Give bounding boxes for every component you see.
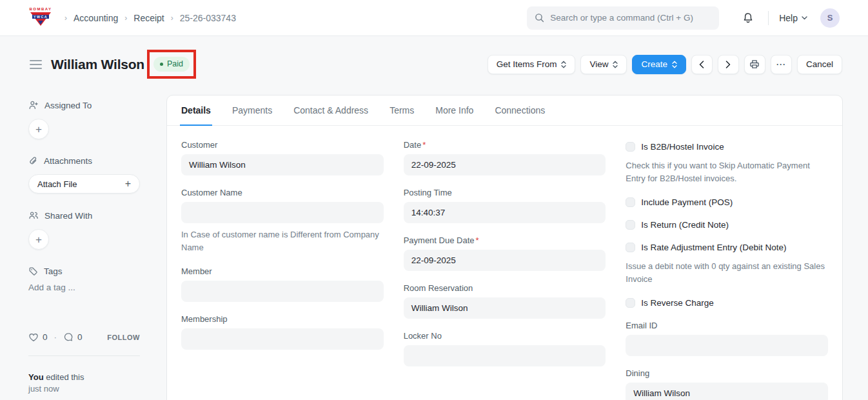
notifications-button[interactable] — [738, 8, 758, 28]
navbar-divider — [768, 11, 769, 25]
status-badge-label: Paid — [167, 59, 183, 68]
chevron-right-icon — [725, 61, 731, 68]
comment-button[interactable] — [63, 332, 74, 342]
add-tag-input[interactable]: Add a tag ... — [28, 283, 139, 292]
svg-text:YWCA: YWCA — [34, 15, 48, 19]
activity-time: just now — [28, 383, 139, 395]
customer-input[interactable]: William Wilson — [181, 154, 384, 175]
select-caret-icon — [672, 61, 677, 68]
include-payment-pos-checkbox[interactable]: Include Payment (POS) — [626, 197, 828, 207]
checkbox-icon — [626, 298, 635, 308]
locker-no-input[interactable] — [404, 345, 606, 366]
social-row: 0 · 0 FOLLOW — [28, 332, 140, 342]
required-marker: * — [422, 140, 426, 150]
breadcrumb-separator: › — [64, 14, 67, 23]
activity-entry: You edited this just now — [28, 372, 139, 395]
member-field: Member — [181, 266, 384, 302]
customer-field: Customer William Wilson — [181, 140, 384, 175]
tab-payments[interactable]: Payments — [232, 95, 272, 125]
select-caret-icon — [613, 61, 618, 68]
locker-no-field: Locker No — [404, 331, 606, 366]
breadcrumb-separator: › — [124, 14, 127, 23]
membership-field: Membership — [181, 314, 384, 350]
payment-due-date-input[interactable]: 22-09-2025 — [404, 250, 606, 271]
next-document-button[interactable] — [718, 55, 739, 74]
tag-icon — [28, 266, 38, 276]
tab-connections[interactable]: Connections — [495, 95, 545, 125]
view-button[interactable]: View — [580, 55, 627, 74]
get-items-from-button[interactable]: Get Items From — [488, 55, 576, 74]
payment-due-date-field: Payment Due Date* 22-09-2025 — [404, 235, 606, 271]
member-label: Member — [181, 266, 384, 276]
tab-details[interactable]: Details — [181, 95, 211, 125]
breadcrumb-accounting[interactable]: Accounting — [74, 13, 118, 23]
add-share-button[interactable]: + — [28, 229, 49, 250]
checkbox-label: Is Reverse Charge — [641, 298, 714, 308]
previous-document-button[interactable] — [691, 55, 713, 74]
checkbox-label: Is B2B/Hostel Invoice — [641, 142, 724, 152]
navbar-right: Help S — [738, 8, 840, 28]
cancel-button[interactable]: Cancel — [797, 55, 842, 74]
page-header: William Wilson Paid Get Items From View — [0, 36, 868, 79]
posting-time-input[interactable]: 14:40:37 — [404, 202, 606, 223]
plus-icon: + — [125, 178, 131, 190]
b2b-help-text: Check this if you want to Skip Automatic… — [626, 159, 828, 185]
create-button[interactable]: Create — [632, 55, 686, 74]
checkbox-icon — [626, 142, 635, 152]
print-button[interactable] — [744, 55, 765, 74]
bell-icon — [742, 12, 754, 24]
select-caret-icon — [561, 61, 566, 68]
get-items-from-label: Get Items From — [497, 59, 557, 69]
details-form: Customer William Wilson Customer Name In… — [167, 126, 842, 400]
add-assignment-button[interactable]: + — [28, 119, 49, 139]
like-count: 0 — [43, 332, 48, 342]
activity-actor: You — [28, 372, 44, 382]
help-menu[interactable]: Help — [779, 13, 807, 23]
view-label: View — [589, 59, 608, 69]
comment-count: 0 — [77, 332, 83, 342]
breadcrumb-document-id: 25-26-033743 — [180, 13, 236, 23]
form-tabs: Details Payments Contact & Address Terms… — [167, 95, 842, 126]
follow-button[interactable]: FOLLOW — [107, 334, 140, 341]
is-reverse-charge-checkbox[interactable]: Is Reverse Charge — [626, 298, 828, 308]
help-label: Help — [779, 13, 798, 23]
avatar-initial: S — [827, 13, 833, 23]
ywca-logo-icon: YWCA — [30, 12, 52, 28]
is-rate-adjustment-entry-checkbox[interactable]: Is Rate Adjustment Entry (Debit Note) — [626, 243, 828, 252]
printer-icon — [749, 59, 760, 69]
like-button[interactable] — [28, 332, 39, 342]
membership-label: Membership — [181, 314, 384, 324]
tab-terms[interactable]: Terms — [390, 95, 414, 125]
page-actions: Get Items From View Create — [488, 55, 842, 74]
is-return-credit-note-checkbox[interactable]: Is Return (Credit Note) — [626, 220, 828, 230]
membership-input[interactable] — [181, 328, 384, 350]
member-input[interactable] — [181, 281, 384, 302]
menu-button[interactable]: ··· — [771, 55, 792, 74]
room-reservation-input[interactable]: William Wilson — [404, 297, 606, 319]
room-reservation-field: Room Reservation William Wilson — [404, 283, 606, 319]
dining-input[interactable]: William Wilson — [626, 383, 828, 400]
customer-name-input[interactable] — [181, 202, 384, 223]
date-input[interactable]: 22-09-2025 — [404, 154, 606, 175]
status-badge: Paid — [153, 57, 190, 72]
checkbox-icon — [626, 220, 635, 230]
email-id-field: Email ID — [626, 321, 828, 356]
search-icon — [535, 13, 544, 23]
form-column-1: Customer William Wilson Customer Name In… — [181, 140, 384, 400]
tab-more-info[interactable]: More Info — [435, 95, 473, 125]
checkbox-label: Include Payment (POS) — [641, 197, 733, 207]
app-logo[interactable]: BOMBAY YWCA — [28, 7, 53, 28]
email-id-input[interactable] — [626, 335, 828, 356]
date-label: Date* — [404, 140, 606, 150]
attach-file-button[interactable]: Attach File + — [28, 174, 140, 194]
is-b2b-hostel-invoice-checkbox[interactable]: Is B2B/Hostel Invoice — [626, 142, 828, 152]
ellipsis-icon: ··· — [776, 60, 786, 69]
sidebar-toggle-icon[interactable] — [28, 59, 43, 70]
customer-name-label: Customer Name — [181, 188, 384, 197]
tab-contact-address[interactable]: Contact & Address — [293, 95, 368, 125]
assigned-to-label: Assigned To — [44, 101, 92, 110]
user-avatar[interactable]: S — [820, 8, 840, 28]
global-search-input[interactable]: Search or type a command (Ctrl + G) — [527, 6, 719, 30]
breadcrumb-receipt[interactable]: Receipt — [133, 13, 164, 23]
form-card: Details Payments Contact & Address Terms… — [166, 95, 843, 400]
